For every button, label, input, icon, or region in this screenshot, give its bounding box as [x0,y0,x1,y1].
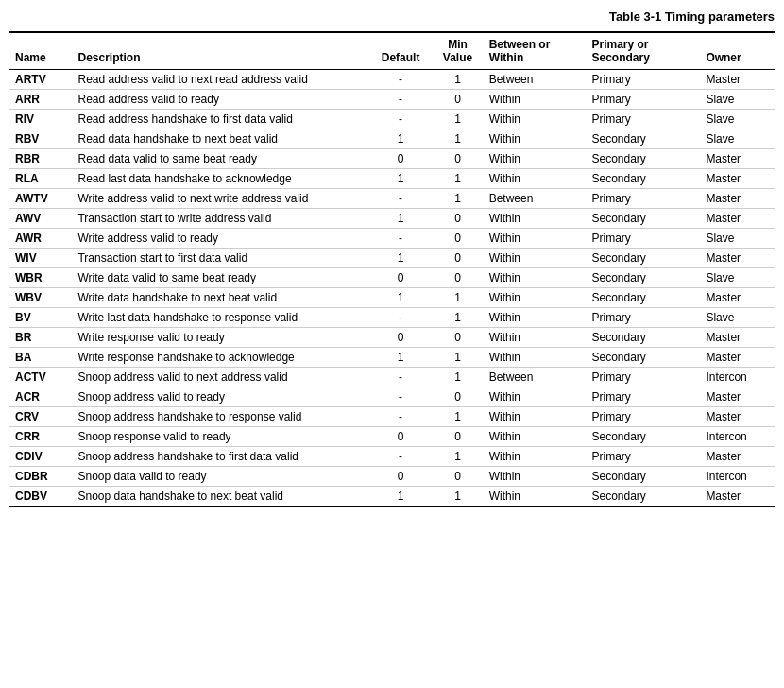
col-header-description: Description [72,32,368,70]
cell-20-0: CDBR [9,467,72,487]
cell-10-3: 0 [432,268,483,288]
cell-2-6: Slave [700,110,775,129]
cell-12-2: - [369,308,432,328]
cell-10-1: Write data valid to same beat ready [72,268,368,288]
cell-9-3: 0 [432,249,483,268]
cell-5-3: 1 [432,169,483,189]
cell-1-2: - [369,90,432,110]
cell-6-5: Primary [586,189,700,209]
cell-13-3: 0 [432,328,483,348]
cell-5-5: Secondary [586,169,700,189]
cell-9-4: Within [484,249,587,268]
cell-13-5: Secondary [586,328,700,348]
cell-10-6: Slave [700,268,775,288]
cell-12-6: Slave [700,308,775,328]
cell-13-6: Master [700,328,775,348]
cell-5-1: Read last data handshake to acknowledge [72,169,368,189]
cell-11-1: Write data handshake to next beat valid [72,288,368,308]
cell-10-2: 0 [369,268,432,288]
cell-0-0: ARTV [9,70,72,90]
cell-2-2: - [369,110,432,129]
table-title: Table 3-1 Timing parameters [9,9,775,24]
cell-14-1: Write response handshake to acknowledge [72,348,368,368]
cell-2-5: Primary [586,110,700,129]
cell-14-2: 1 [369,348,432,368]
cell-12-5: Primary [586,308,700,328]
cell-11-0: WBV [9,288,72,308]
cell-15-1: Snoop address valid to next address vali… [72,368,368,387]
table-row: AWVTransaction start to write address va… [9,209,775,229]
cell-1-4: Within [484,90,587,110]
cell-19-4: Within [484,447,587,467]
cell-3-5: Secondary [586,129,700,149]
cell-21-1: Snoop data handshake to next beat valid [72,487,368,507]
cell-0-3: 1 [432,70,483,90]
col-header-name: Name [9,32,72,70]
cell-2-3: 1 [432,110,483,129]
cell-9-1: Transaction start to first data valid [72,249,368,268]
cell-6-6: Master [700,189,775,209]
cell-8-6: Slave [700,229,775,249]
cell-16-1: Snoop address valid to ready [72,387,368,407]
cell-2-4: Within [484,110,587,129]
cell-16-2: - [369,387,432,407]
cell-10-5: Secondary [586,268,700,288]
cell-16-3: 0 [432,387,483,407]
cell-4-3: 0 [432,149,483,169]
cell-21-3: 1 [432,487,483,507]
cell-12-4: Within [484,308,587,328]
table-row: WIVTransaction start to first data valid… [9,249,775,268]
cell-1-6: Slave [700,90,775,110]
cell-9-6: Master [700,249,775,268]
cell-21-2: 1 [369,487,432,507]
table-row: CDBVSnoop data handshake to next beat va… [9,487,775,507]
col-header-minvalue: MinValue [432,32,483,70]
cell-18-0: CRR [9,427,72,447]
cell-20-4: Within [484,467,587,487]
cell-18-2: 0 [369,427,432,447]
table-row: RBVRead data handshake to next beat vali… [9,129,775,149]
cell-4-5: Secondary [586,149,700,169]
cell-4-6: Master [700,149,775,169]
cell-12-1: Write last data handshake to response va… [72,308,368,328]
cell-18-6: Intercon [700,427,775,447]
cell-21-5: Secondary [586,487,700,507]
cell-15-6: Intercon [700,368,775,387]
cell-15-4: Between [484,368,587,387]
cell-6-1: Write address valid to next write addres… [72,189,368,209]
cell-7-3: 0 [432,209,483,229]
cell-2-0: RIV [9,110,72,129]
cell-1-0: ARR [9,90,72,110]
table-header-row: Name Description Default MinValue Betwee… [9,32,775,70]
cell-9-0: WIV [9,249,72,268]
table-row: RIVRead address handshake to first data … [9,110,775,129]
cell-17-1: Snoop address handshake to response vali… [72,407,368,427]
cell-21-0: CDBV [9,487,72,507]
table-row: ACTVSnoop address valid to next address … [9,368,775,387]
table-row: CDIVSnoop address handshake to first dat… [9,447,775,467]
cell-4-4: Within [484,149,587,169]
table-row: CDBRSnoop data valid to ready00WithinSec… [9,467,775,487]
cell-10-4: Within [484,268,587,288]
cell-20-1: Snoop data valid to ready [72,467,368,487]
cell-17-4: Within [484,407,587,427]
table-row: CRVSnoop address handshake to response v… [9,407,775,427]
cell-6-2: - [369,189,432,209]
cell-8-1: Write address valid to ready [72,229,368,249]
cell-8-3: 0 [432,229,483,249]
cell-1-5: Primary [586,90,700,110]
cell-3-0: RBV [9,129,72,149]
cell-7-1: Transaction start to write address valid [72,209,368,229]
col-header-between-within: Between orWithin [484,32,587,70]
cell-13-4: Within [484,328,587,348]
table-row: RBRRead data valid to same beat ready00W… [9,149,775,169]
cell-13-2: 0 [369,328,432,348]
table-row: BRWrite response valid to ready00WithinS… [9,328,775,348]
cell-15-3: 1 [432,368,483,387]
cell-11-5: Secondary [586,288,700,308]
cell-12-0: BV [9,308,72,328]
cell-16-4: Within [484,387,587,407]
cell-10-0: WBR [9,268,72,288]
cell-9-5: Secondary [586,249,700,268]
cell-3-6: Slave [700,129,775,149]
